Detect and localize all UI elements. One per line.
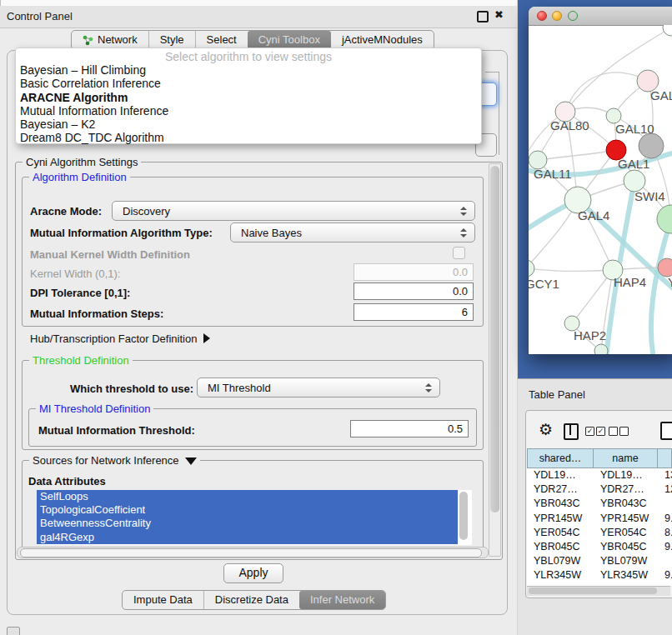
algorithm-option[interactable]: ARACNE Algorithm [16, 91, 481, 104]
collapsed-panel-icon[interactable] [7, 627, 20, 635]
select-all-check-icon[interactable]: ✓ [585, 427, 594, 436]
maximize-traffic-light-icon[interactable] [568, 11, 578, 21]
table-cell: YDL19… [527, 468, 594, 482]
manual-kernel-checkbox[interactable] [453, 247, 465, 259]
dpi-tolerance-label: DPI Tolerance [0,1]: [30, 287, 130, 299]
node-label: GAL [650, 88, 672, 102]
column-header[interactable]: name [594, 448, 658, 468]
table-row[interactable]: YER054CYER054C8. [527, 526, 672, 540]
table-row[interactable]: YLR345WYLR345W9. [527, 568, 672, 582]
close-traffic-light-icon[interactable] [537, 11, 547, 21]
data-attribute-item-selected[interactable]: BetweennessCentrality [37, 517, 458, 530]
table-cell: YBL079W [527, 554, 594, 568]
close-icon[interactable]: ✖ [494, 8, 504, 21]
deselect-all-icon[interactable] [619, 427, 629, 436]
table-row[interactable]: YBR045CYBR045C9. [527, 540, 672, 554]
network-edge [565, 72, 648, 112]
tab-label: Select [207, 31, 237, 49]
dpi-tolerance-field[interactable] [354, 282, 474, 300]
network-graph[interactable]: GALGAL80GAL10GAL1GAL11SWI4GAL4GCY1HAP4YH… [529, 25, 672, 354]
table-cell: YDL19… [594, 468, 658, 482]
table-row[interactable]: YBR043CYBR043C [527, 497, 672, 511]
table-panel-title: Table Panel [529, 388, 585, 401]
algorithm-option[interactable]: Basic Correlation Inference [16, 77, 481, 90]
kernel-width-label: Kernel Width (0,1): [30, 268, 120, 280]
mi-type-select[interactable]: Naive Bayes [230, 222, 475, 242]
mi-threshold-field[interactable] [350, 420, 469, 438]
table-cell: YLR345W [594, 568, 658, 582]
column-view-icon[interactable] [564, 423, 579, 440]
tab-select[interactable]: Select [195, 31, 248, 49]
data-attributes-label: Data Attributes [28, 475, 106, 488]
tab-cyni-toolbox[interactable]: Cyni Toolbox [248, 31, 331, 49]
tab-label: Style [160, 31, 184, 49]
sources-group-title[interactable]: Sources for Network Inference [29, 454, 200, 467]
algorithm-option[interactable]: Mutual Information Inference [16, 104, 481, 118]
network-window-titlebar[interactable] [529, 7, 672, 26]
tab-jactivemnodules[interactable]: jActiveMNodules [331, 31, 434, 49]
threshold-definition-title: Threshold Definition [29, 354, 133, 367]
table-cell: 8. [658, 526, 672, 540]
table-cell: 9. [658, 568, 672, 582]
combo-arrows-icon [425, 383, 432, 392]
column-header[interactable] [658, 448, 672, 468]
table-row[interactable]: YDR27…YDR27…12 [527, 482, 672, 497]
network-node[interactable] [639, 133, 664, 158]
network-node-y[interactable] [658, 258, 672, 277]
cyni-bottom-tabbar: Impute DataDiscretize DataInfer Network [122, 590, 386, 610]
select-all-check-icon[interactable]: ✓ [596, 427, 605, 436]
data-attributes-list[interactable]: SelfLoopsTopologicalCoefficientBetweenne… [37, 490, 472, 545]
table-cell: 12 [658, 482, 672, 497]
table-cell: YLR345W [527, 568, 594, 582]
mi-threshold-group-title: MI Threshold Definition [36, 402, 153, 415]
algorithm-option[interactable]: Bayesian – K2 [16, 118, 481, 131]
algorithm-option[interactable]: Bayesian – Hill Climbing [16, 63, 481, 77]
aracne-mode-select[interactable]: Discovery [112, 201, 475, 221]
deselect-all-icon[interactable] [609, 427, 618, 436]
bottom-tab-label: Discretize Data [215, 591, 288, 609]
table-cell: YER054C [594, 526, 658, 540]
table-row[interactable]: YDL19…YDL19…13 [527, 468, 672, 482]
float-window-icon[interactable] [477, 11, 489, 22]
settings-group-title: Cyni Algorithm Settings [23, 156, 141, 168]
data-attribute-item-selected[interactable]: gal4RGexp [37, 531, 458, 544]
node-label: GAL11 [534, 167, 572, 181]
settings-scrollbar-thumb[interactable] [490, 166, 499, 512]
table-cell [658, 497, 672, 511]
attributes-scrollbar-thumb[interactable] [459, 492, 468, 540]
popup-placeholder: Select algorithm to view settings [16, 50, 481, 63]
tab-style[interactable]: Style [148, 31, 195, 49]
data-attribute-item-selected[interactable]: TopologicalCoefficient [37, 503, 458, 517]
tab-network[interactable]: Network [72, 31, 148, 49]
bottom-tab-infer-network[interactable]: Infer Network [299, 591, 385, 609]
node-label: GAL80 [550, 118, 589, 132]
settings-hscrollbar-thumb[interactable] [20, 548, 482, 558]
document-icon[interactable] [660, 422, 672, 440]
algorithm-option[interactable]: Dream8 DC_TDC Algorithm [16, 131, 481, 144]
table-row[interactable]: YPR145WYPR145W9. [527, 512, 672, 526]
bottom-tab-discretize-data[interactable]: Discretize Data [203, 591, 299, 609]
minimize-traffic-light-icon[interactable] [552, 11, 562, 21]
table-cell: YBR043C [527, 497, 594, 511]
which-threshold-label: Which threshold to use: [70, 382, 193, 395]
table-hscrollbar-thumb[interactable] [529, 588, 657, 594]
network-node[interactable] [663, 25, 672, 36]
table-row[interactable]: YBL079WYBL079W [527, 554, 672, 568]
hub-definition-toggle[interactable]: Hub/Transcription Factor Definition [30, 332, 210, 345]
network-node[interactable] [594, 344, 608, 354]
mi-steps-field[interactable] [354, 303, 474, 321]
network-node[interactable] [657, 205, 672, 233]
which-threshold-select[interactable]: MI Threshold [197, 378, 440, 398]
apply-button[interactable]: Apply [223, 563, 283, 583]
node-label: GAL4 [578, 208, 609, 222]
control-panel-title: Control Panel [7, 10, 73, 22]
column-header[interactable]: shared… [527, 448, 594, 468]
kernel-width-field [354, 263, 474, 281]
data-attribute-item-selected[interactable]: SelfLoops [37, 490, 458, 503]
gear-icon[interactable]: ⚙ [539, 422, 553, 438]
bottom-tab-impute-data[interactable]: Impute Data [123, 591, 203, 609]
combo-arrows-icon [460, 228, 467, 238]
network-node-gcy1[interactable] [529, 260, 534, 277]
network-view-window[interactable]: GALGAL80GAL10GAL1GAL11SWI4GAL4GCY1HAP4YH… [529, 7, 672, 354]
mi-type-label: Mutual Information Algorithm Type: [30, 227, 213, 239]
